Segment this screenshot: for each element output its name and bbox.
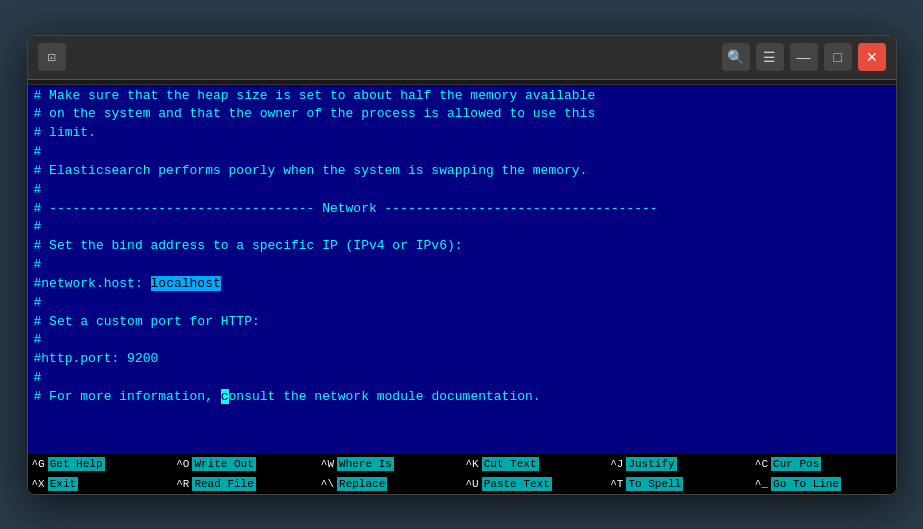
terminal-icon: ⊡ xyxy=(38,43,66,71)
highlighted-text: localhost xyxy=(151,276,221,291)
shortcut-label[interactable]: Replace xyxy=(337,477,387,491)
shortcut-key: ^O xyxy=(176,458,189,470)
shortcut-key: ^\ xyxy=(321,478,334,490)
cursor: c xyxy=(221,389,229,404)
editor-line: # on the system and that the owner of th… xyxy=(34,105,890,124)
shortcut-key: ^K xyxy=(466,458,479,470)
terminal-window: ⊡ 🔍 ☰ — □ ✕ # Make sure that the heap si… xyxy=(27,35,897,495)
shortcut-key: ^T xyxy=(610,478,623,490)
shortcut-item: ^RRead File xyxy=(172,474,317,494)
shortcut-bar: ^GGet Help^OWrite Out^WWhere Is^KCut Tex… xyxy=(28,454,896,494)
editor-line: # Make sure that the heap size is set to… xyxy=(34,87,890,106)
window-controls: 🔍 ☰ — □ ✕ xyxy=(722,43,886,71)
shortcut-item: ^TTo Spell xyxy=(606,474,751,494)
editor-line: # xyxy=(34,218,890,237)
shortcut-label[interactable]: Go To Line xyxy=(771,477,841,491)
maximize-button[interactable]: □ xyxy=(824,43,852,71)
shortcut-item: ^\Replace xyxy=(317,474,462,494)
shortcut-item: ^XExit xyxy=(28,474,173,494)
editor-line: # limit. xyxy=(34,124,890,143)
editor-line: # xyxy=(34,143,890,162)
shortcut-key: ^W xyxy=(321,458,334,470)
editor-line: # For more information, consult the netw… xyxy=(34,388,890,407)
shortcut-row-1: ^GGet Help^OWrite Out^WWhere Is^KCut Tex… xyxy=(28,454,896,474)
editor-line: # Elasticsearch performs poorly when the… xyxy=(34,162,890,181)
close-button[interactable]: ✕ xyxy=(858,43,886,71)
shortcut-key: ^J xyxy=(610,458,623,470)
shortcut-key: ^R xyxy=(176,478,189,490)
shortcut-row-2: ^XExit^RRead File^\Replace^UPaste Text^T… xyxy=(28,474,896,494)
shortcut-key: ^_ xyxy=(755,478,768,490)
shortcut-label[interactable]: Exit xyxy=(48,477,78,491)
shortcut-item: ^_Go To Line xyxy=(751,474,896,494)
minimize-button[interactable]: — xyxy=(790,43,818,71)
shortcut-label[interactable]: Get Help xyxy=(48,457,105,471)
editor-line: # xyxy=(34,331,890,350)
shortcut-label[interactable]: Cur Pos xyxy=(771,457,821,471)
shortcut-item: ^KCut Text xyxy=(462,454,607,474)
shortcut-key: ^G xyxy=(32,458,45,470)
shortcut-item: ^GGet Help xyxy=(28,454,173,474)
editor-line: # ---------------------------------- Net… xyxy=(34,200,890,219)
shortcut-label[interactable]: Paste Text xyxy=(482,477,552,491)
shortcut-key: ^X xyxy=(32,478,45,490)
shortcut-item: ^UPaste Text xyxy=(462,474,607,494)
shortcut-key: ^C xyxy=(755,458,768,470)
shortcut-label[interactable]: Where Is xyxy=(337,457,394,471)
shortcut-label[interactable]: Justify xyxy=(626,457,676,471)
shortcut-item: ^OWrite Out xyxy=(172,454,317,474)
shortcut-key: ^U xyxy=(466,478,479,490)
shortcut-item: ^WWhere Is xyxy=(317,454,462,474)
shortcut-label[interactable]: Cut Text xyxy=(482,457,539,471)
editor-line: #network.host: localhost xyxy=(34,275,890,294)
editor-line: # Set the bind address to a specific IP … xyxy=(34,237,890,256)
editor-line: # Set a custom port for HTTP: xyxy=(34,313,890,332)
editor-line: # xyxy=(34,256,890,275)
editor-line: # xyxy=(34,369,890,388)
menu-button[interactable]: ☰ xyxy=(756,43,784,71)
editor-line: # xyxy=(34,181,890,200)
shortcut-label[interactable]: Write Out xyxy=(192,457,255,471)
editor-area[interactable]: # Make sure that the heap size is set to… xyxy=(28,85,896,454)
editor-line: #http.port: 9200 xyxy=(34,350,890,369)
shortcut-item: ^CCur Pos xyxy=(751,454,896,474)
shortcut-item: ^JJustify xyxy=(606,454,751,474)
shortcut-label[interactable]: To Spell xyxy=(626,477,683,491)
editor-line: # xyxy=(34,294,890,313)
title-bar: ⊡ 🔍 ☰ — □ ✕ xyxy=(28,36,896,80)
shortcut-label[interactable]: Read File xyxy=(192,477,255,491)
search-button[interactable]: 🔍 xyxy=(722,43,750,71)
